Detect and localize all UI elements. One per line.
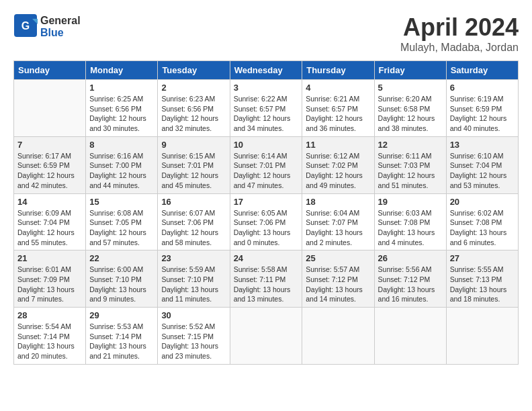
day-info: Sunrise: 6:22 AMSunset: 6:57 PMDaylight:… xyxy=(234,94,299,134)
calendar-cell: 27Sunrise: 5:55 AMSunset: 7:13 PMDayligh… xyxy=(446,250,518,308)
calendar-cell: 8Sunrise: 6:16 AMSunset: 7:00 PMDaylight… xyxy=(86,136,158,193)
calendar-week-row: 21Sunrise: 6:01 AMSunset: 7:09 PMDayligh… xyxy=(14,250,519,308)
logo-general: General xyxy=(40,15,81,26)
day-number: 21 xyxy=(17,253,82,263)
day-info: Sunrise: 5:52 AMSunset: 7:15 PMDaylight:… xyxy=(161,322,226,361)
month-title: April 2024 xyxy=(400,13,519,42)
header-tuesday: Tuesday xyxy=(158,61,230,80)
calendar-cell: 1Sunrise: 6:25 AMSunset: 6:56 PMDaylight… xyxy=(86,80,158,137)
day-info: Sunrise: 6:15 AMSunset: 7:01 PMDaylight:… xyxy=(161,151,226,191)
day-number: 23 xyxy=(161,253,226,263)
calendar-cell: 7Sunrise: 6:17 AMSunset: 6:59 PMDaylight… xyxy=(14,136,86,193)
calendar-cell xyxy=(446,308,518,365)
day-info: Sunrise: 6:03 AMSunset: 7:08 PMDaylight:… xyxy=(378,208,443,248)
calendar-cell: 30Sunrise: 5:52 AMSunset: 7:15 PMDayligh… xyxy=(158,308,230,365)
day-info: Sunrise: 6:21 AMSunset: 6:57 PMDaylight:… xyxy=(306,94,370,134)
calendar-cell xyxy=(230,308,302,365)
logo-icon: G xyxy=(13,13,38,40)
day-info: Sunrise: 6:09 AMSunset: 7:04 PMDaylight:… xyxy=(17,208,82,248)
calendar-cell: 28Sunrise: 5:54 AMSunset: 7:14 PMDayligh… xyxy=(14,308,86,365)
day-number: 2 xyxy=(161,83,226,93)
day-info: Sunrise: 5:55 AMSunset: 7:13 PMDaylight:… xyxy=(450,265,515,304)
calendar-title-area: April 2024 Mulayh, Madaba, Jordan xyxy=(400,13,519,54)
day-number: 8 xyxy=(89,140,154,150)
calendar-cell: 13Sunrise: 6:10 AMSunset: 7:04 PMDayligh… xyxy=(446,136,518,193)
day-number: 29 xyxy=(89,310,154,320)
calendar-cell xyxy=(374,308,446,365)
day-number: 4 xyxy=(306,83,370,93)
calendar-cell: 22Sunrise: 6:00 AMSunset: 7:10 PMDayligh… xyxy=(86,250,158,308)
page-header: G General Blue April 2024 Mulayh, Madaba… xyxy=(13,13,519,54)
day-number: 13 xyxy=(450,140,515,150)
calendar-cell: 5Sunrise: 6:20 AMSunset: 6:58 PMDaylight… xyxy=(374,80,446,137)
calendar-cell: 15Sunrise: 6:08 AMSunset: 7:05 PMDayligh… xyxy=(86,193,158,250)
day-info: Sunrise: 5:56 AMSunset: 7:12 PMDaylight:… xyxy=(378,265,443,304)
calendar-cell xyxy=(302,308,374,365)
logo-blue: Blue xyxy=(40,27,64,38)
day-info: Sunrise: 6:00 AMSunset: 7:10 PMDaylight:… xyxy=(89,265,154,304)
day-number: 5 xyxy=(378,83,443,93)
day-info: Sunrise: 6:02 AMSunset: 7:08 PMDaylight:… xyxy=(450,208,515,248)
day-number: 19 xyxy=(378,197,443,207)
day-info: Sunrise: 6:20 AMSunset: 6:58 PMDaylight:… xyxy=(378,94,443,134)
day-info: Sunrise: 5:54 AMSunset: 7:14 PMDaylight:… xyxy=(17,322,82,361)
day-info: Sunrise: 6:23 AMSunset: 6:56 PMDaylight:… xyxy=(161,94,226,134)
calendar-cell: 19Sunrise: 6:03 AMSunset: 7:08 PMDayligh… xyxy=(374,193,446,250)
calendar-cell: 6Sunrise: 6:19 AMSunset: 6:59 PMDaylight… xyxy=(446,80,518,137)
day-number: 7 xyxy=(17,140,82,150)
day-info: Sunrise: 6:19 AMSunset: 6:59 PMDaylight:… xyxy=(450,94,515,134)
calendar-cell: 14Sunrise: 6:09 AMSunset: 7:04 PMDayligh… xyxy=(14,193,86,250)
calendar-header-row: SundayMondayTuesdayWednesdayThursdayFrid… xyxy=(14,61,519,80)
calendar-cell: 20Sunrise: 6:02 AMSunset: 7:08 PMDayligh… xyxy=(446,193,518,250)
calendar-cell: 17Sunrise: 6:05 AMSunset: 7:06 PMDayligh… xyxy=(230,193,302,250)
header-saturday: Saturday xyxy=(446,61,518,80)
day-number: 12 xyxy=(378,140,443,150)
calendar-cell: 12Sunrise: 6:11 AMSunset: 7:03 PMDayligh… xyxy=(374,136,446,193)
day-number: 11 xyxy=(306,140,370,150)
day-number: 30 xyxy=(161,310,226,320)
day-number: 24 xyxy=(234,253,299,263)
calendar-cell: 4Sunrise: 6:21 AMSunset: 6:57 PMDaylight… xyxy=(302,80,374,137)
calendar-week-row: 14Sunrise: 6:09 AMSunset: 7:04 PMDayligh… xyxy=(14,193,519,250)
day-info: Sunrise: 6:14 AMSunset: 7:01 PMDaylight:… xyxy=(234,151,299,191)
day-info: Sunrise: 6:25 AMSunset: 6:56 PMDaylight:… xyxy=(89,94,154,134)
day-number: 22 xyxy=(89,253,154,263)
calendar-cell: 26Sunrise: 5:56 AMSunset: 7:12 PMDayligh… xyxy=(374,250,446,308)
svg-text:G: G xyxy=(21,20,30,32)
day-number: 17 xyxy=(234,197,299,207)
day-info: Sunrise: 6:12 AMSunset: 7:02 PMDaylight:… xyxy=(306,151,370,191)
day-number: 6 xyxy=(450,83,515,93)
day-info: Sunrise: 6:10 AMSunset: 7:04 PMDaylight:… xyxy=(450,151,515,191)
calendar-cell xyxy=(14,80,86,137)
calendar-cell: 9Sunrise: 6:15 AMSunset: 7:01 PMDaylight… xyxy=(158,136,230,193)
header-monday: Monday xyxy=(86,61,158,80)
day-number: 16 xyxy=(161,197,226,207)
header-thursday: Thursday xyxy=(302,61,374,80)
day-info: Sunrise: 6:17 AMSunset: 6:59 PMDaylight:… xyxy=(17,151,82,191)
day-number: 20 xyxy=(450,197,515,207)
calendar-week-row: 28Sunrise: 5:54 AMSunset: 7:14 PMDayligh… xyxy=(14,308,519,365)
day-info: Sunrise: 5:57 AMSunset: 7:12 PMDaylight:… xyxy=(306,265,370,304)
calendar-cell: 24Sunrise: 5:58 AMSunset: 7:11 PMDayligh… xyxy=(230,250,302,308)
header-sunday: Sunday xyxy=(14,61,86,80)
day-info: Sunrise: 5:53 AMSunset: 7:14 PMDaylight:… xyxy=(89,322,154,361)
header-friday: Friday xyxy=(374,61,446,80)
calendar-cell: 29Sunrise: 5:53 AMSunset: 7:14 PMDayligh… xyxy=(86,308,158,365)
day-info: Sunrise: 6:11 AMSunset: 7:03 PMDaylight:… xyxy=(378,151,443,191)
calendar-cell: 21Sunrise: 6:01 AMSunset: 7:09 PMDayligh… xyxy=(14,250,86,308)
day-info: Sunrise: 6:05 AMSunset: 7:06 PMDaylight:… xyxy=(234,208,299,248)
calendar-cell: 25Sunrise: 5:57 AMSunset: 7:12 PMDayligh… xyxy=(302,250,374,308)
calendar-cell: 18Sunrise: 6:04 AMSunset: 7:07 PMDayligh… xyxy=(302,193,374,250)
logo: G General Blue xyxy=(13,13,81,40)
day-number: 18 xyxy=(306,197,370,207)
calendar-week-row: 1Sunrise: 6:25 AMSunset: 6:56 PMDaylight… xyxy=(14,80,519,137)
day-number: 27 xyxy=(450,253,515,263)
day-number: 26 xyxy=(378,253,443,263)
calendar-cell: 3Sunrise: 6:22 AMSunset: 6:57 PMDaylight… xyxy=(230,80,302,137)
day-number: 1 xyxy=(89,83,154,93)
calendar-cell: 16Sunrise: 6:07 AMSunset: 7:06 PMDayligh… xyxy=(158,193,230,250)
calendar-week-row: 7Sunrise: 6:17 AMSunset: 6:59 PMDaylight… xyxy=(14,136,519,193)
day-number: 15 xyxy=(89,197,154,207)
day-info: Sunrise: 6:04 AMSunset: 7:07 PMDaylight:… xyxy=(306,208,370,248)
calendar-table: SundayMondayTuesdayWednesdayThursdayFrid… xyxy=(13,60,519,365)
